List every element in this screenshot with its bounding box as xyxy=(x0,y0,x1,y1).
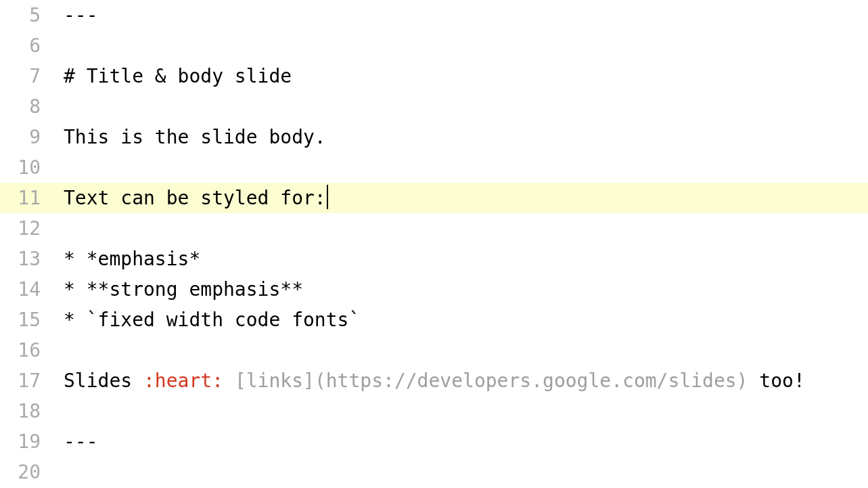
code-line[interactable]: 15* `fixed width code fonts` xyxy=(0,305,868,335)
code-token: --- xyxy=(64,430,98,453)
line-content[interactable]: * **strong emphasis** xyxy=(46,274,868,305)
code-line[interactable]: 16 xyxy=(0,335,868,365)
code-line[interactable]: 6 xyxy=(0,30,868,61)
line-number: 5 xyxy=(0,0,46,30)
code-token: too! xyxy=(748,370,804,392)
code-line[interactable]: 20 xyxy=(0,457,868,487)
line-number: 12 xyxy=(0,213,46,244)
code-line[interactable]: 11Text can be styled for: xyxy=(0,183,868,213)
code-line[interactable]: 14* **strong emphasis** xyxy=(0,274,868,305)
code-token: * `fixed width code fonts` xyxy=(64,309,360,331)
code-editor[interactable]: 5---67# Title & body slide89This is the … xyxy=(0,0,868,487)
code-line[interactable]: 17Slides :heart: [links](https://develop… xyxy=(0,365,868,396)
line-content[interactable]: # Title & body slide xyxy=(46,61,868,91)
line-number: 19 xyxy=(0,426,46,457)
line-content[interactable]: --- xyxy=(46,426,868,457)
code-line[interactable]: 19--- xyxy=(0,426,868,457)
line-content[interactable]: Slides :heart: [links](https://developer… xyxy=(46,365,868,396)
code-token: * *emphasis* xyxy=(64,248,200,270)
text-cursor xyxy=(327,185,328,209)
line-number: 6 xyxy=(0,30,46,61)
line-number: 7 xyxy=(0,61,46,91)
line-content[interactable]: * *emphasis* xyxy=(46,244,868,274)
code-line[interactable]: 8 xyxy=(0,91,868,122)
code-token: # Title & body slide xyxy=(64,65,292,87)
line-number: 16 xyxy=(0,335,46,365)
code-line[interactable]: 9This is the slide body. xyxy=(0,122,868,152)
code-token: --- xyxy=(64,4,98,26)
line-number: 18 xyxy=(0,396,46,426)
code-token: Text can be styled for: xyxy=(64,187,326,209)
line-number: 10 xyxy=(0,152,46,183)
line-content[interactable]: --- xyxy=(46,0,868,30)
code-token xyxy=(223,370,235,392)
line-number: 15 xyxy=(0,305,46,335)
code-line[interactable]: 5--- xyxy=(0,0,868,30)
line-number: 8 xyxy=(0,91,46,122)
line-number: 14 xyxy=(0,274,46,305)
line-content[interactable]: Text can be styled for: xyxy=(46,183,868,213)
line-number: 17 xyxy=(0,365,46,396)
code-line[interactable]: 12 xyxy=(0,213,868,244)
code-token: Slides xyxy=(64,370,143,392)
code-line[interactable]: 13* *emphasis* xyxy=(0,244,868,274)
line-content[interactable]: * `fixed width code fonts` xyxy=(46,305,868,335)
line-content[interactable]: This is the slide body. xyxy=(46,122,868,152)
code-token: :heart: xyxy=(143,370,223,392)
line-number: 9 xyxy=(0,122,46,152)
code-line[interactable]: 7# Title & body slide xyxy=(0,61,868,91)
line-number: 13 xyxy=(0,244,46,274)
line-number: 11 xyxy=(0,183,46,213)
code-token: This is the slide body. xyxy=(64,126,326,148)
code-line[interactable]: 10 xyxy=(0,152,868,183)
code-token: [links](https://developers.google.com/sl… xyxy=(235,370,748,392)
code-line[interactable]: 18 xyxy=(0,396,868,426)
code-token: * **strong emphasis** xyxy=(64,278,303,301)
line-number: 20 xyxy=(0,457,46,487)
